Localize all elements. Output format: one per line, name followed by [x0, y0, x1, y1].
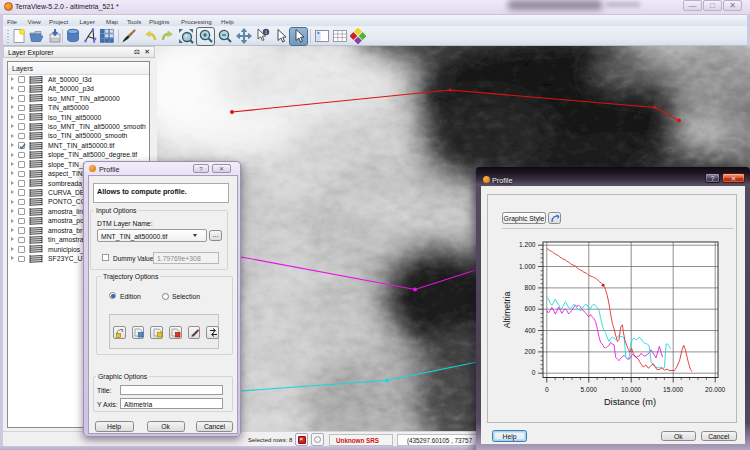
svg-text:Distance (m): Distance (m) [604, 397, 656, 407]
svg-text:1.200: 1.200 [519, 241, 536, 248]
svg-text:Altimetria: Altimetria [502, 292, 512, 329]
svg-text:1.000: 1.000 [519, 263, 536, 270]
svg-text:400: 400 [524, 327, 535, 334]
svg-text:800: 800 [524, 284, 535, 291]
svg-text:0: 0 [532, 369, 536, 376]
svg-text:15.000: 15.000 [663, 386, 684, 393]
svg-text:600: 600 [524, 305, 535, 312]
svg-text:10.000: 10.000 [621, 386, 642, 393]
svg-text:0: 0 [545, 386, 549, 393]
svg-text:20.000: 20.000 [705, 386, 726, 393]
svg-text:5.000: 5.000 [581, 386, 598, 393]
svg-text:200: 200 [524, 348, 535, 355]
